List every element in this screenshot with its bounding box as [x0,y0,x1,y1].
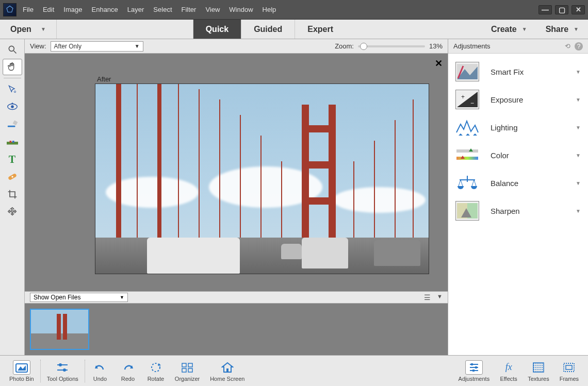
btn-label: Tool Options [47,376,78,382]
create-button[interactable]: Create ▼ [482,20,536,39]
maximize-button[interactable]: ▢ [555,5,568,14]
caret-down-icon: ▼ [522,26,527,32]
tool-options-button[interactable]: Tool Options [42,360,84,382]
textures-icon [530,360,547,375]
reset-icon[interactable]: ⟲ [565,42,570,51]
adjustments-tab-button[interactable]: Adjustments [453,360,495,382]
redeye-tool[interactable] [3,98,22,115]
view-select[interactable]: After Only ▼ [51,41,143,52]
view-value: After Only [54,43,81,50]
zoom-label: Zoom: [335,42,354,50]
adj-color[interactable]: Color ▼ [448,141,588,169]
share-button[interactable]: Share ▼ [536,20,588,39]
adjustments-list: Smart Fix ▼ +− Exposure ▼ Lighting ▼ Col… [448,54,588,229]
photo-bin-button[interactable]: Photo Bin [4,360,39,382]
adj-lighting[interactable]: Lighting ▼ [448,113,588,141]
tool-options-icon [54,360,71,375]
bin-header-icons: ☰ ▼ [424,293,443,301]
chevron-down-icon: ▼ [576,180,581,186]
left-toolbar: T [0,39,25,355]
image-canvas[interactable] [95,83,429,274]
canvas-column: View: After Only ▼ Zoom: 13% ✕ After [25,39,448,355]
organizer-button[interactable]: Organizer [170,360,205,382]
zoom-tool[interactable] [3,41,22,58]
svg-line-32 [459,180,461,186]
adj-smartfix[interactable]: Smart Fix ▼ [448,58,588,86]
menu-file[interactable]: File [23,6,34,13]
adj-balance[interactable]: Balance ▼ [448,169,588,197]
svg-rect-8 [7,126,15,127]
textures-tab-button[interactable]: Textures [522,360,554,382]
text-tool[interactable]: T [3,151,22,167]
menu-select[interactable]: Select [153,6,172,13]
tab-guided[interactable]: Guided [241,20,295,39]
menu-edit[interactable]: Edit [43,6,54,13]
thumbnail[interactable] [30,309,89,350]
svg-point-1 [9,46,14,51]
color-icon [455,145,479,165]
undo-button[interactable]: Undo [86,360,114,382]
svg-rect-50 [188,363,192,367]
tab-quick[interactable]: Quick [193,20,241,39]
crop-tool[interactable] [3,186,22,203]
btn-label: Undo [93,376,107,382]
slider-thumb[interactable] [360,43,367,50]
btn-label: Home Screen [210,376,244,382]
adj-label: Sharpen [491,207,520,215]
bin-chevron-icon[interactable]: ▼ [437,293,443,301]
adj-label: Color [491,151,509,160]
open-button[interactable]: Open ▼ [0,20,57,39]
move-tool[interactable] [3,204,22,220]
window-controls: — ▢ ✕ [538,5,585,14]
minimize-button[interactable]: — [538,5,552,14]
chevron-down-icon: ▼ [576,69,581,75]
adjustments-title: Adjustments [453,42,491,50]
menu-help[interactable]: Help [263,6,276,13]
bin-select[interactable]: Show Open Files ▼ [30,293,128,302]
svg-point-5 [11,105,14,108]
photo-bin-icon [13,360,30,375]
close-button[interactable]: ✕ [571,5,585,14]
bin-menu-icon[interactable]: ☰ [424,293,431,301]
btn-label: Frames [560,376,579,382]
bottom-bar: Photo Bin Tool Options Undo Redo Rotate … [0,355,588,386]
adj-exposure[interactable]: +− Exposure ▼ [448,86,588,113]
effects-tab-button[interactable]: fx Effects [495,360,522,382]
svg-line-33 [461,180,463,186]
rotate-button[interactable]: Rotate [142,360,170,382]
adj-label: Balance [491,179,518,188]
zoom-slider[interactable] [358,45,425,47]
color-tool[interactable] [3,133,22,150]
menu-enhance[interactable]: Enhance [92,6,118,13]
tab-expert[interactable]: Expert [295,20,346,39]
divider [40,360,41,382]
btn-label: Organizer [175,376,200,382]
svg-rect-51 [182,368,186,372]
menu-view[interactable]: View [205,6,220,13]
svg-rect-60 [472,370,475,372]
heal-tool[interactable] [3,169,22,185]
frames-icon [560,360,578,375]
adj-sharpen[interactable]: Sharpen ▼ [448,197,588,225]
home-button[interactable]: Home Screen [205,360,250,382]
frames-tab-button[interactable]: Frames [554,360,584,382]
menu-image[interactable]: Image [63,6,82,13]
menu-layer[interactable]: Layer [127,6,144,13]
svg-rect-12 [12,141,14,143]
menu-filter[interactable]: Filter [182,6,197,13]
close-document-button[interactable]: ✕ [435,58,443,69]
svg-point-42 [59,363,62,366]
smartfix-icon [455,62,479,81]
help-icon[interactable]: ? [575,42,583,51]
quick-select-tool[interactable] [3,81,22,97]
titlebar: File Edit Image Enhance Layer Select Fil… [0,0,588,20]
menu-window[interactable]: Window [229,6,253,13]
hand-tool[interactable] [3,59,22,75]
svg-text:+: + [461,93,465,100]
create-label: Create [491,25,517,34]
whiten-tool[interactable] [3,116,22,132]
svg-text:−: − [470,99,474,107]
right-actions: Create ▼ Share ▼ [482,20,588,39]
redo-button[interactable]: Redo [114,360,142,382]
undo-icon [91,360,109,375]
